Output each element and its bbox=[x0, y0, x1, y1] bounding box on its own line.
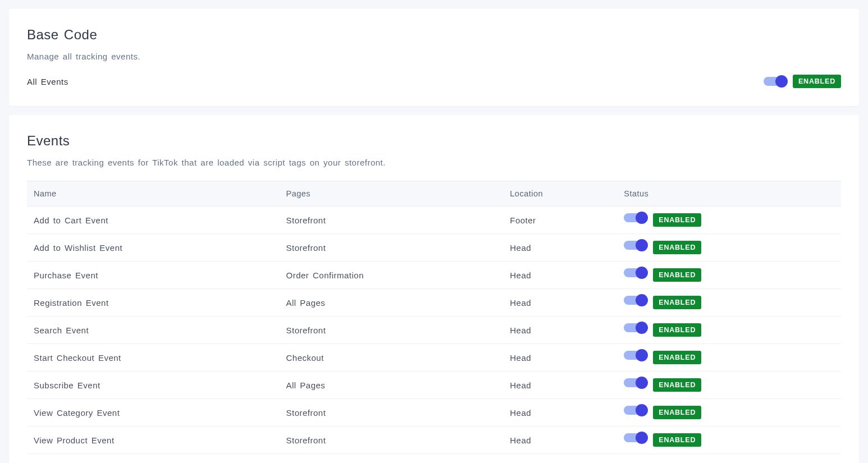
event-status-badge: ENABLED bbox=[653, 433, 701, 447]
event-toggle[interactable] bbox=[624, 351, 645, 360]
event-name-cell: Registration Event bbox=[27, 289, 280, 317]
event-status-badge: ENABLED bbox=[653, 351, 701, 364]
table-row: View Product EventStorefrontHeadENABLED bbox=[27, 427, 841, 454]
event-location-cell: Head bbox=[503, 289, 617, 317]
base-code-title: Base Code bbox=[27, 27, 841, 43]
table-row: Search EventStorefrontHeadENABLED bbox=[27, 317, 841, 344]
event-pages-cell: Order Confirmation bbox=[280, 262, 504, 289]
event-status-badge: ENABLED bbox=[653, 268, 701, 282]
event-name-cell: Add to Cart Event bbox=[27, 207, 280, 234]
all-events-status-badge: ENABLED bbox=[793, 75, 841, 88]
event-name-cell: Search Event bbox=[27, 317, 280, 344]
event-name-cell: Subscribe Event bbox=[27, 372, 280, 399]
base-code-subtitle: Manage all tracking events. bbox=[27, 52, 841, 61]
event-location-cell: Footer bbox=[503, 207, 617, 234]
events-card: Events These are tracking events for Tik… bbox=[9, 115, 859, 463]
event-status-badge: ENABLED bbox=[653, 213, 701, 227]
table-row: Add to Cart EventStorefrontFooterENABLED bbox=[27, 207, 841, 234]
event-pages-cell: Storefront bbox=[280, 234, 504, 262]
events-table-header-row: Name Pages Location Status bbox=[27, 181, 841, 207]
col-header-status: Status bbox=[617, 181, 841, 207]
event-status-cell: ENABLED bbox=[617, 262, 841, 289]
event-status-badge: ENABLED bbox=[653, 378, 701, 392]
event-location-cell: Head bbox=[503, 317, 617, 344]
col-header-name: Name bbox=[27, 181, 280, 207]
table-row: Purchase EventOrder ConfirmationHeadENAB… bbox=[27, 262, 841, 289]
event-status-badge: ENABLED bbox=[653, 296, 701, 309]
event-pages-cell: All Pages bbox=[280, 289, 504, 317]
table-row: View Category EventStorefrontHeadENABLED bbox=[27, 399, 841, 427]
events-title: Events bbox=[27, 133, 841, 149]
event-status-cell: ENABLED bbox=[617, 427, 841, 454]
event-location-cell: Head bbox=[503, 372, 617, 399]
event-status-cell: ENABLED bbox=[617, 234, 841, 262]
table-row: Start Checkout EventCheckoutHeadENABLED bbox=[27, 344, 841, 372]
table-row: Registration EventAll PagesHeadENABLED bbox=[27, 289, 841, 317]
event-pages-cell: Checkout bbox=[280, 344, 504, 372]
event-location-cell: Head bbox=[503, 262, 617, 289]
event-status-cell: ENABLED bbox=[617, 207, 841, 234]
event-toggle[interactable] bbox=[624, 378, 645, 387]
event-name-cell: Purchase Event bbox=[27, 262, 280, 289]
event-pages-cell: All Pages bbox=[280, 372, 504, 399]
all-events-label: All Events bbox=[27, 77, 68, 86]
event-location-cell: Head bbox=[503, 399, 617, 427]
event-status-cell: ENABLED bbox=[617, 372, 841, 399]
event-pages-cell: Storefront bbox=[280, 399, 504, 427]
event-toggle[interactable] bbox=[624, 323, 645, 332]
all-events-toggle[interactable] bbox=[764, 77, 785, 86]
table-row: Subscribe EventAll PagesHeadENABLED bbox=[27, 372, 841, 399]
event-pages-cell: Storefront bbox=[280, 317, 504, 344]
event-status-cell: ENABLED bbox=[617, 289, 841, 317]
event-name-cell: Start Checkout Event bbox=[27, 344, 280, 372]
event-status-badge: ENABLED bbox=[653, 406, 701, 419]
events-subtitle: These are tracking events for TikTok tha… bbox=[27, 158, 841, 167]
event-toggle[interactable] bbox=[624, 213, 645, 222]
event-location-cell: Head bbox=[503, 344, 617, 372]
event-status-cell: ENABLED bbox=[617, 399, 841, 427]
event-location-cell: Head bbox=[503, 427, 617, 454]
base-code-card: Base Code Manage all tracking events. Al… bbox=[9, 9, 859, 106]
events-table: Name Pages Location Status Add to Cart E… bbox=[27, 181, 841, 454]
event-toggle[interactable] bbox=[624, 433, 645, 442]
col-header-pages: Pages bbox=[280, 181, 504, 207]
event-status-badge: ENABLED bbox=[653, 241, 701, 254]
all-events-row: All Events ENABLED bbox=[27, 75, 841, 88]
event-toggle[interactable] bbox=[624, 268, 645, 277]
event-location-cell: Head bbox=[503, 234, 617, 262]
table-row: Add to Wishlist EventStorefrontHeadENABL… bbox=[27, 234, 841, 262]
all-events-controls: ENABLED bbox=[764, 75, 841, 88]
event-name-cell: Add to Wishlist Event bbox=[27, 234, 280, 262]
event-toggle[interactable] bbox=[624, 296, 645, 305]
event-name-cell: View Product Event bbox=[27, 427, 280, 454]
event-pages-cell: Storefront bbox=[280, 207, 504, 234]
event-toggle[interactable] bbox=[624, 406, 645, 415]
event-toggle[interactable] bbox=[624, 241, 645, 250]
event-pages-cell: Storefront bbox=[280, 427, 504, 454]
event-status-cell: ENABLED bbox=[617, 344, 841, 372]
col-header-location: Location bbox=[503, 181, 617, 207]
event-status-cell: ENABLED bbox=[617, 317, 841, 344]
event-name-cell: View Category Event bbox=[27, 399, 280, 427]
event-status-badge: ENABLED bbox=[653, 323, 701, 337]
